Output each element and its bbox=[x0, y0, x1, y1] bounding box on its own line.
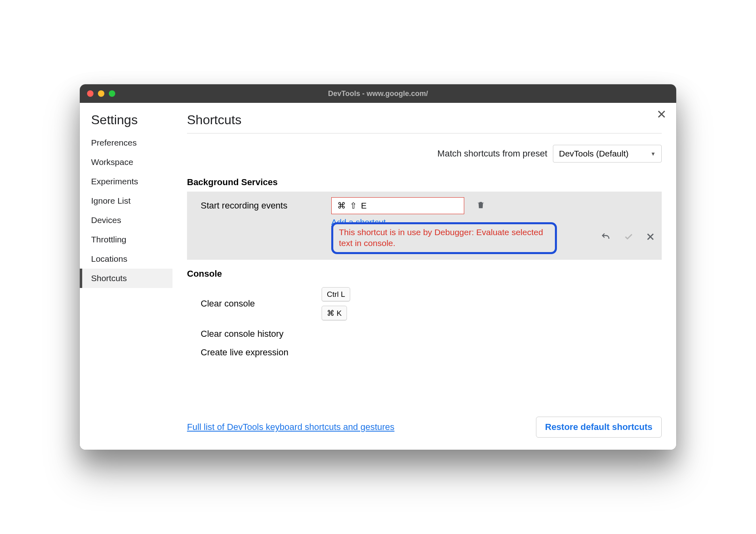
settings-main: Shortcuts Match shortcuts from preset De… bbox=[172, 103, 676, 450]
window-title: DevTools - www.google.com/ bbox=[80, 90, 676, 98]
shortcut-conflict-warning: This shortcut is in use by Debugger: Eva… bbox=[331, 222, 557, 254]
window-close-dot[interactable] bbox=[87, 90, 93, 97]
close-icon bbox=[646, 232, 655, 242]
keycap: ⌘ K bbox=[322, 306, 347, 321]
shortcut-action-label: Clear console history bbox=[201, 329, 322, 339]
delete-shortcut-button[interactable] bbox=[476, 200, 485, 211]
shortcut-row[interactable]: Create live expression bbox=[187, 343, 662, 362]
shortcut-editor: Start recording events ⌘ ⇧ E Add a short… bbox=[187, 192, 662, 260]
sidebar-item-preferences[interactable]: Preferences bbox=[80, 133, 172, 152]
preset-label: Match shortcuts from preset bbox=[437, 148, 547, 159]
preset-value: DevTools (Default) bbox=[559, 149, 629, 159]
sidebar-item-experiments[interactable]: Experiments bbox=[80, 172, 172, 191]
shortcut-row[interactable]: Clear console history bbox=[187, 325, 662, 343]
sidebar-item-ignore-list[interactable]: Ignore List bbox=[80, 191, 172, 211]
section-heading-console: Console bbox=[187, 269, 662, 279]
cancel-button[interactable] bbox=[646, 232, 655, 244]
sidebar-heading: Settings bbox=[91, 113, 172, 127]
shortcut-action-label: Start recording events bbox=[201, 200, 322, 211]
shortcut-action-label: Create live expression bbox=[201, 347, 322, 358]
restore-defaults-button[interactable]: Restore default shortcuts bbox=[536, 417, 662, 438]
sidebar-item-locations[interactable]: Locations bbox=[80, 249, 172, 269]
sidebar-item-devices[interactable]: Devices bbox=[80, 211, 172, 230]
shortcut-row[interactable]: Clear consoleCtrl L⌘ K bbox=[187, 283, 662, 325]
check-icon bbox=[623, 232, 634, 242]
close-settings-button[interactable]: ✕ bbox=[656, 108, 667, 121]
preset-select[interactable]: DevTools (Default) ▼ bbox=[553, 145, 662, 163]
trash-icon bbox=[476, 200, 485, 210]
shortcut-input[interactable]: ⌘ ⇧ E bbox=[331, 197, 464, 214]
section-heading-background-services: Background Services bbox=[187, 177, 662, 188]
page-title: Shortcuts bbox=[187, 113, 662, 127]
undo-button[interactable] bbox=[600, 232, 612, 244]
shortcut-input-value: ⌘ ⇧ E bbox=[337, 201, 368, 211]
sidebar-item-shortcuts[interactable]: Shortcuts bbox=[80, 269, 172, 288]
sidebar-item-workspace[interactable]: Workspace bbox=[80, 152, 172, 172]
shortcut-keys: Ctrl L⌘ K bbox=[322, 287, 350, 321]
window-minimize-dot[interactable] bbox=[98, 90, 104, 97]
devtools-window: DevTools - www.google.com/ ✕ Settings Pr… bbox=[80, 84, 676, 450]
sidebar-item-throttling[interactable]: Throttling bbox=[80, 230, 172, 249]
keycap: Ctrl L bbox=[322, 287, 350, 302]
divider bbox=[187, 133, 662, 134]
chevron-down-icon: ▼ bbox=[650, 151, 656, 157]
full-shortcut-list-link[interactable]: Full list of DevTools keyboard shortcuts… bbox=[187, 422, 395, 432]
confirm-button[interactable] bbox=[623, 232, 634, 244]
shortcut-action-label: Clear console bbox=[201, 298, 322, 309]
settings-sidebar: Settings PreferencesWorkspaceExperiments… bbox=[80, 103, 172, 450]
undo-icon bbox=[600, 232, 612, 242]
titlebar: DevTools - www.google.com/ bbox=[80, 84, 676, 103]
window-maximize-dot[interactable] bbox=[109, 90, 115, 97]
